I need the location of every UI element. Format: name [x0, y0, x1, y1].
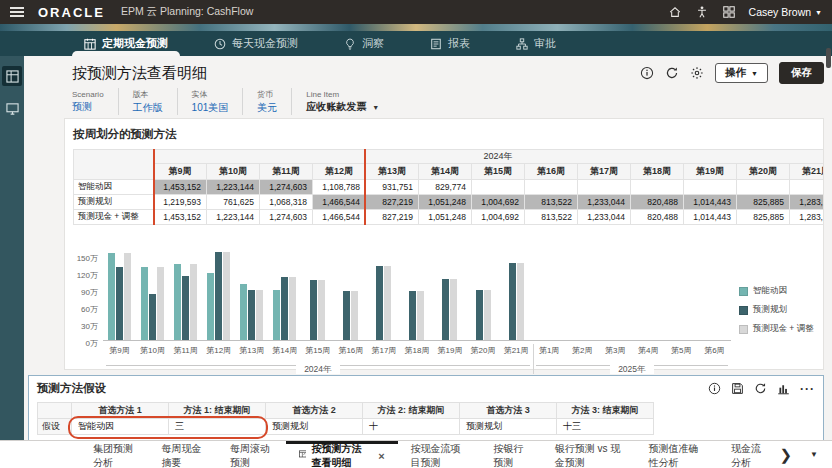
grid-cell[interactable]: 1,466,544	[313, 195, 366, 210]
info-icon[interactable]	[640, 66, 654, 80]
bar[interactable]	[141, 267, 148, 340]
bar[interactable]	[182, 276, 189, 340]
grid-cell[interactable]: 827,219	[366, 210, 419, 225]
grid-cell[interactable]	[737, 180, 790, 195]
grid-cell[interactable]: 1,274,603	[260, 210, 313, 225]
nav-tab-daily-cash-forecast[interactable]: 每天现金预测	[214, 31, 298, 56]
bottom-tab-3[interactable]: 按预测方法查看明细×	[286, 441, 398, 468]
bar[interactable]	[509, 263, 516, 340]
grid-cell[interactable]	[525, 180, 578, 195]
actions-button[interactable]: 操作 ▼	[715, 63, 768, 83]
grid-cell[interactable]	[472, 180, 525, 195]
pov-item-1[interactable]: 版本工作版	[118, 88, 177, 115]
tabs-list-icon[interactable]: ▼	[810, 450, 818, 459]
assumptions-cell[interactable]: 三	[169, 419, 266, 435]
grid-cell[interactable]: 1,014,443	[684, 210, 737, 225]
grid-cell[interactable]: 1,233,044	[578, 210, 631, 225]
grid-cell[interactable]: 1,108,788	[313, 180, 366, 195]
grid-cell[interactable]: 1,219,593	[154, 195, 207, 210]
accessibility-icon[interactable]	[695, 5, 709, 19]
assumptions-cell[interactable]: 预测规划	[460, 419, 557, 435]
bar[interactable]	[124, 253, 131, 340]
bar[interactable]	[310, 280, 317, 340]
bar[interactable]	[384, 266, 391, 340]
assumptions-column-header[interactable]: 首选方法 1	[72, 403, 169, 419]
grid-cell[interactable]: 1,223,144	[207, 210, 260, 225]
grid-week-header[interactable]: 第15周	[472, 164, 525, 180]
bar[interactable]	[207, 273, 214, 340]
grid-cell[interactable]: 1,051,248	[419, 210, 472, 225]
tabs-scroll-right-icon[interactable]: ❯	[780, 447, 793, 462]
grid-week-header[interactable]: 第14周	[419, 164, 472, 180]
grid-cell[interactable]: 1,014,443	[684, 195, 737, 210]
bar[interactable]	[174, 264, 181, 340]
grid-row-header[interactable]: 智能动因	[74, 180, 154, 195]
bar[interactable]	[343, 291, 350, 340]
bar[interactable]	[108, 253, 115, 340]
bar[interactable]	[248, 290, 255, 340]
grid-week-header[interactable]: 第12周	[313, 164, 366, 180]
grid-week-header[interactable]: 第19周	[684, 164, 737, 180]
bar[interactable]	[215, 252, 222, 340]
bar[interactable]	[351, 291, 358, 340]
bar[interactable]	[484, 290, 491, 340]
grid-week-header[interactable]: 第16周	[525, 164, 578, 180]
grid-cell[interactable]: 1,453,152	[154, 180, 207, 195]
pov-item-0[interactable]: Scenario预测	[72, 88, 118, 115]
grid-cell[interactable]: 1,051,248	[419, 195, 472, 210]
grid-cell[interactable]: 813,522	[525, 195, 578, 210]
grid-week-header[interactable]: 第18周	[631, 164, 684, 180]
grid-cell[interactable]	[578, 180, 631, 195]
bar[interactable]	[256, 290, 263, 340]
assumptions-cell[interactable]: 智能动因	[72, 419, 169, 435]
bottom-tab-8[interactable]: 现金流分析	[718, 441, 779, 468]
grid-cell[interactable]: 829,774	[419, 180, 472, 195]
bottom-tab-5[interactable]: 按银行预测	[480, 441, 541, 468]
grid-cell[interactable]: 1,283,904	[790, 210, 824, 225]
grid-cell[interactable]: 825,885	[737, 195, 790, 210]
bar[interactable]	[476, 290, 483, 340]
bar[interactable]	[442, 279, 449, 340]
chart-icon[interactable]	[777, 382, 790, 395]
grid-week-header[interactable]: 第21周	[790, 164, 824, 180]
bottom-tab-2[interactable]: 每周滚动预测	[217, 441, 286, 468]
pov-item-2[interactable]: 实体101美国	[177, 88, 243, 115]
pov-item-4[interactable]: Line Item应收账款发票▼	[291, 88, 393, 115]
grid-cell[interactable]: 1,233,044	[578, 195, 631, 210]
grid-week-header[interactable]: 第10周	[207, 164, 260, 180]
bar[interactable]	[409, 291, 416, 340]
grid-cell[interactable]: 813,522	[525, 210, 578, 225]
grid-cell[interactable]: 820,488	[631, 195, 684, 210]
sidebar-item-dashboards[interactable]	[2, 98, 22, 118]
assumptions-column-header[interactable]: 方法 2: 结束期间	[363, 403, 460, 419]
assumptions-column-header[interactable]: 首选方法 3	[460, 403, 557, 419]
grid-cell[interactable]: 1,223,144	[207, 180, 260, 195]
nav-tab-insights[interactable]: 洞察	[344, 31, 384, 56]
grid-cell[interactable]	[684, 180, 737, 195]
bottom-tab-4[interactable]: 按现金流项目预测	[398, 441, 481, 468]
app-grid-icon[interactable]	[722, 5, 736, 19]
bottom-tab-1[interactable]: 每周现金摘要	[149, 441, 218, 468]
assumptions-cell[interactable]: 十三	[557, 419, 654, 435]
grid-cell[interactable]: 827,219	[366, 195, 419, 210]
grid-cell[interactable]: 1,283,904	[790, 195, 824, 210]
bar[interactable]	[376, 266, 383, 340]
refresh-icon[interactable]	[665, 66, 679, 80]
assumptions-column-header[interactable]: 方法 3: 结束期间	[557, 403, 654, 419]
assumptions-row-header[interactable]: 假设	[38, 419, 72, 435]
bar[interactable]	[116, 267, 123, 340]
pov-item-3[interactable]: 货币美元	[242, 88, 291, 115]
bar[interactable]	[190, 264, 197, 340]
save-button[interactable]: 保存	[779, 62, 824, 84]
scrollbar-thumb[interactable]	[826, 56, 831, 68]
grid-week-header[interactable]: 第11周	[260, 164, 313, 180]
bar[interactable]	[281, 277, 288, 340]
grid-cell[interactable]: 1,453,152	[154, 210, 207, 225]
sidebar-item-forms[interactable]	[2, 66, 22, 86]
nav-tab-periodic-cash-forecast[interactable]: 定期现金预测	[84, 31, 168, 56]
grid-cell[interactable]: 820,488	[631, 210, 684, 225]
refresh-icon[interactable]	[754, 382, 767, 395]
grid-week-header[interactable]: 第9周	[154, 164, 207, 180]
grid-cell[interactable]: 1,004,692	[472, 195, 525, 210]
save-icon[interactable]	[731, 382, 744, 395]
